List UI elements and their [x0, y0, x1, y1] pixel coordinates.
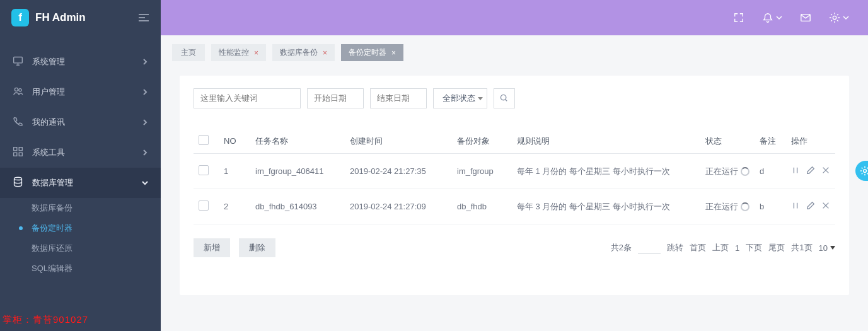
topbar: [161, 0, 868, 35]
chevron-right-icon: [142, 148, 148, 158]
tab-home[interactable]: 主页: [172, 44, 205, 61]
chevron-down-icon: [478, 97, 483, 100]
sidebar-item-system[interactable]: 系统管理: [0, 47, 161, 77]
menu-toggle-icon[interactable]: [138, 13, 149, 22]
sidebar-sub-db-restore[interactable]: 数据库还原: [0, 238, 161, 258]
pager-pages: 共1页: [791, 242, 812, 253]
col-remark: 备注: [755, 129, 786, 154]
monitor-icon: [13, 55, 23, 68]
fullscreen-icon[interactable]: [733, 12, 744, 23]
svg-rect-3: [14, 148, 17, 151]
tabs-bar: 主页 性能监控× 数据库备份× 备份定时器×: [161, 35, 868, 61]
svg-rect-6: [19, 153, 22, 156]
search-icon: [500, 94, 509, 103]
edit-icon[interactable]: [806, 166, 815, 177]
close-icon[interactable]: ×: [323, 49, 327, 57]
chevron-right-icon: [142, 88, 148, 97]
tab-backup-timer[interactable]: 备份定时器×: [341, 44, 403, 61]
sidebar-item-label: 数据库管理: [32, 177, 73, 189]
content-area: 全部状态 NO 任务名称 创建时间 备份对象 规则说明 状态: [161, 64, 868, 295]
col-target: 备份对象: [452, 129, 512, 154]
filter-bar: 全部状态: [194, 88, 835, 108]
status-running: 正在运行: [705, 201, 749, 212]
edit-icon[interactable]: [806, 201, 815, 212]
chevron-down-icon: [142, 178, 148, 188]
close-icon[interactable]: ×: [254, 49, 258, 57]
row-checkbox[interactable]: [199, 165, 209, 175]
pager-current: 1: [735, 243, 739, 253]
sidebar-item-label: 系统工具: [32, 147, 65, 158]
end-date-input[interactable]: [370, 88, 427, 108]
row-checkbox[interactable]: [199, 200, 209, 211]
svg-rect-8: [801, 15, 810, 21]
pager-prev[interactable]: 上页: [712, 242, 729, 253]
svg-point-11: [864, 170, 867, 173]
pager-first[interactable]: 首页: [690, 242, 706, 253]
delete-button[interactable]: 删除: [239, 238, 275, 257]
brand: f FH Admin: [0, 0, 161, 35]
shopkeeper-label: 掌柜：青苔901027: [0, 314, 88, 326]
col-no: NO: [219, 129, 250, 154]
mail-icon[interactable]: [800, 12, 811, 23]
keyword-input[interactable]: [194, 88, 301, 108]
sidebar-sub-backup-timer[interactable]: 备份定时器: [0, 218, 161, 238]
col-ops: 操作: [786, 129, 835, 154]
svg-point-7: [14, 177, 22, 180]
sidebar-item-label: 我的通讯: [32, 117, 65, 128]
pager-total: 共2条: [611, 242, 632, 253]
pagination: 共2条 跳转 首页 上页 1 下页 尾页 共1页 10: [611, 242, 835, 253]
pause-icon[interactable]: [791, 201, 800, 212]
svg-point-1: [14, 88, 18, 91]
sidebar-sub-db-backup[interactable]: 数据库备份: [0, 198, 161, 218]
sidebar-sub-sql-editor[interactable]: SQL编辑器: [0, 258, 161, 279]
start-date-input[interactable]: [307, 88, 364, 108]
pager-pagesize[interactable]: 10: [819, 243, 835, 253]
users-icon: [13, 86, 23, 98]
col-status: 状态: [700, 129, 755, 154]
chevron-right-icon: [142, 118, 148, 127]
pager-jump-input[interactable]: [638, 242, 661, 253]
card: 全部状态 NO 任务名称 创建时间 备份对象 规则说明 状态: [180, 76, 849, 295]
sidebar: f FH Admin 系统管理 用户管理 我的通讯: [0, 0, 161, 331]
database-icon: [13, 177, 23, 189]
svg-rect-0: [14, 57, 23, 63]
pager-last[interactable]: 尾页: [768, 242, 785, 253]
search-button[interactable]: [494, 88, 515, 108]
brand-logo: f: [11, 9, 29, 26]
close-icon[interactable]: ×: [391, 49, 396, 57]
chevron-down-icon: [830, 246, 835, 250]
col-created: 创建时间: [345, 129, 452, 154]
select-all-checkbox[interactable]: [199, 135, 209, 145]
delete-icon[interactable]: [821, 166, 830, 177]
tasks-table: NO 任务名称 创建时间 备份对象 规则说明 状态 备注 操作 1 im_fg: [194, 129, 835, 224]
add-button[interactable]: 新增: [194, 238, 230, 257]
sidebar-item-label: 系统管理: [32, 56, 65, 67]
spinner-icon: [741, 167, 749, 176]
col-rule: 规则说明: [512, 129, 700, 154]
svg-point-2: [19, 89, 21, 91]
svg-rect-5: [14, 153, 17, 156]
chevron-right-icon: [142, 57, 148, 67]
status-running: 正在运行: [705, 166, 749, 177]
svg-point-9: [833, 16, 836, 19]
notification-icon[interactable]: [762, 12, 782, 23]
pager-next[interactable]: 下页: [746, 242, 762, 253]
settings-icon[interactable]: [829, 12, 849, 23]
pause-icon[interactable]: [791, 166, 800, 177]
sidebar-item-users[interactable]: 用户管理: [0, 77, 161, 107]
sidebar-item-label: 用户管理: [32, 86, 65, 98]
grid-icon: [13, 146, 23, 159]
delete-icon[interactable]: [821, 201, 830, 212]
pager-jump[interactable]: 跳转: [667, 242, 683, 253]
table-row: 2 db_fhdb_614093 2019-02-24 21:27:09 db_…: [194, 189, 835, 224]
tab-db-backup[interactable]: 数据库备份×: [272, 44, 335, 61]
svg-rect-4: [19, 148, 22, 151]
sidebar-item-database[interactable]: 数据库管理: [0, 168, 161, 198]
status-select[interactable]: 全部状态: [433, 88, 487, 108]
col-task: 任务名称: [250, 129, 345, 154]
sidebar-item-contacts[interactable]: 我的通讯: [0, 107, 161, 137]
table-row: 1 im_fgroup_406411 2019-02-24 21:27:35 i…: [194, 154, 835, 189]
sidebar-item-tools[interactable]: 系统工具: [0, 137, 161, 168]
tab-performance[interactable]: 性能监控×: [211, 44, 266, 61]
brand-title: FH Admin: [35, 11, 86, 24]
